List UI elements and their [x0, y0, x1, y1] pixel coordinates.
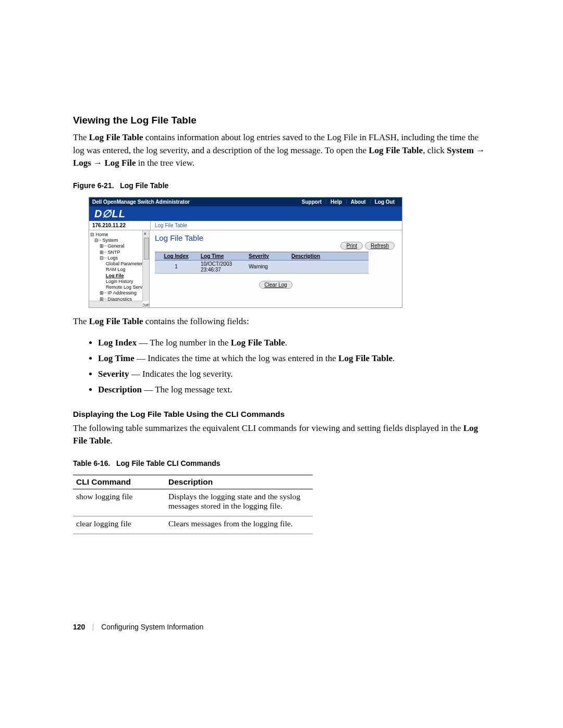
t: Login History [106, 279, 133, 284]
cli-intro: The following table summarizes the equiv… [73, 422, 490, 448]
t: The following table summarizes the equiv… [73, 423, 463, 433]
link-help[interactable]: Help [326, 199, 346, 205]
cli-cmd: show logging file [73, 489, 165, 516]
table-title: Log File Table CLI Commands [116, 459, 221, 467]
cli-cmd: clear logging file [73, 516, 165, 534]
list-item: Log Index — The log number in the Log Fi… [98, 336, 490, 350]
t: IP Addressing [108, 290, 137, 295]
tree-ip[interactable]: ⊞┈ IP Addressing [90, 290, 148, 296]
field-name: Log Index [98, 338, 137, 348]
tree-system[interactable]: ⊟┈ System [90, 238, 148, 243]
panel-title: Log File Table [155, 233, 397, 242]
t: 23:46:37 [201, 267, 221, 273]
field-name: Severity [98, 369, 129, 379]
figure-caption: Figure 6-21. Log File Table [73, 181, 490, 190]
field-name: Description [98, 385, 142, 394]
footer-section-title: Configuring System Information [101, 623, 203, 631]
screenshot-figure: Dell OpenManage Switch Administrator Sup… [89, 197, 402, 308]
logo-bar: D∅LL [89, 206, 402, 221]
table-row: 1 10/OCT/2003 23:46:37 Warning [155, 260, 369, 273]
figure-label: Figure 6-21. [73, 181, 114, 190]
cell-index: 1 [155, 260, 198, 273]
t: — Indicates the log severity. [129, 369, 232, 379]
t: Log File Table [338, 353, 393, 363]
t: contains the following fields: [143, 316, 249, 326]
page-number: 120 [73, 623, 85, 631]
tree-logfile[interactable]: Log File [90, 273, 148, 279]
field-name: Log Time [98, 353, 134, 363]
col-cli-command: CLI Command [73, 475, 165, 489]
t: System [447, 145, 474, 155]
col-description: Description [288, 252, 369, 260]
t: Log File Table [89, 316, 143, 326]
tree-login[interactable]: Login History [90, 279, 148, 285]
link-logout[interactable]: Log Out [370, 199, 399, 205]
tree-home[interactable]: ⊟ Home [90, 232, 148, 238]
link-about[interactable]: About [346, 199, 370, 205]
col-cli-description: Description [165, 475, 313, 489]
t: RAM Log [106, 267, 126, 272]
table-row: clear logging file Clears messages from … [73, 516, 313, 534]
breadcrumb-row: 176.210.11.22 Log File Table [89, 221, 402, 230]
t: , click [423, 145, 447, 155]
figure-title: Log File Table [120, 181, 168, 190]
t: Global Parameter [106, 261, 143, 266]
t: — The log number in the [137, 338, 231, 348]
col-log-index: Log Index [155, 252, 198, 260]
nav-tree[interactable]: ⊟ Home ⊟┈ System ⊞┈ General ⊞┈ SNTP ⊟┈ L… [89, 230, 150, 307]
t: Log File Table [369, 145, 423, 155]
log-file-table: Log Index Log Time Severity Description … [155, 252, 369, 274]
t: System [103, 238, 118, 243]
section-heading: Viewing the Log File Table [73, 115, 490, 126]
dell-logo: D∅LL [94, 207, 126, 220]
t: . [393, 353, 395, 363]
window-title: Dell OpenManage Switch Administrator [92, 199, 190, 205]
t: Log File [104, 158, 136, 168]
t: . [110, 436, 112, 446]
t: Log File Table [231, 338, 285, 348]
header-links: Support Help About Log Out [298, 199, 399, 205]
list-item: Log Time — Indicates the time at which t… [98, 351, 490, 366]
refresh-button[interactable]: Refresh [365, 242, 395, 250]
tree-global[interactable]: Global Parameter [90, 261, 148, 267]
tree-logs[interactable]: ⊟┈ Logs [90, 255, 148, 261]
t: → [474, 145, 485, 155]
t: Home [96, 232, 108, 237]
table-header-row: Log Index Log Time Severity Description [155, 252, 369, 260]
col-log-time: Log Time [198, 252, 246, 260]
cli-heading: Displaying the Log File Table Using the … [73, 410, 490, 419]
clear-log-button[interactable]: Clear Log [259, 281, 292, 289]
field-list: Log Index — The log number in the Log Fi… [73, 336, 490, 397]
print-button[interactable]: Print [340, 242, 363, 250]
scrollbar-horizontal[interactable] [89, 301, 143, 307]
t: Remote Log Serv [106, 285, 142, 290]
t: General [108, 243, 125, 249]
intro-paragraph: The Log File Table contains information … [73, 131, 490, 170]
t: in the tree view. [136, 158, 194, 168]
cell-severity: Warning [246, 260, 288, 273]
tree-ram[interactable]: RAM Log [90, 267, 148, 273]
tree-sntp[interactable]: ⊞┈ SNTP [90, 250, 148, 255]
t: . [285, 338, 287, 348]
t: Logs [73, 158, 91, 168]
footer-separator: | [92, 623, 94, 631]
t: SNTP [108, 250, 120, 255]
tree-general[interactable]: ⊞┈ General [90, 243, 148, 249]
col-severity: Severity [246, 252, 288, 260]
table-header-row: CLI Command Description [73, 475, 313, 489]
page-footer: 120 | Configuring System Information [73, 623, 490, 631]
cell-time: 10/OCT/2003 23:46:37 [198, 260, 246, 273]
main-panel: Log File Table Print Refresh Log Index L… [150, 230, 402, 307]
tree-remote[interactable]: Remote Log Serv [90, 285, 148, 290]
t: → [91, 158, 105, 168]
table-label: Table 6-16. [73, 459, 110, 467]
scrollbar-vertical[interactable] [142, 230, 149, 301]
t: — The log message text. [142, 385, 232, 394]
t: — Indicates the time at which the log wa… [134, 353, 338, 363]
cli-desc: Clears messages from the logging file. [165, 516, 313, 534]
fields-intro: The Log File Table contains the followin… [73, 315, 490, 328]
breadcrumb: Log File Table [151, 221, 191, 230]
window-titlebar: Dell OpenManage Switch Administrator Sup… [89, 198, 402, 206]
link-support[interactable]: Support [298, 199, 326, 205]
cli-desc: Displays the logging state and the syslo… [165, 489, 313, 516]
